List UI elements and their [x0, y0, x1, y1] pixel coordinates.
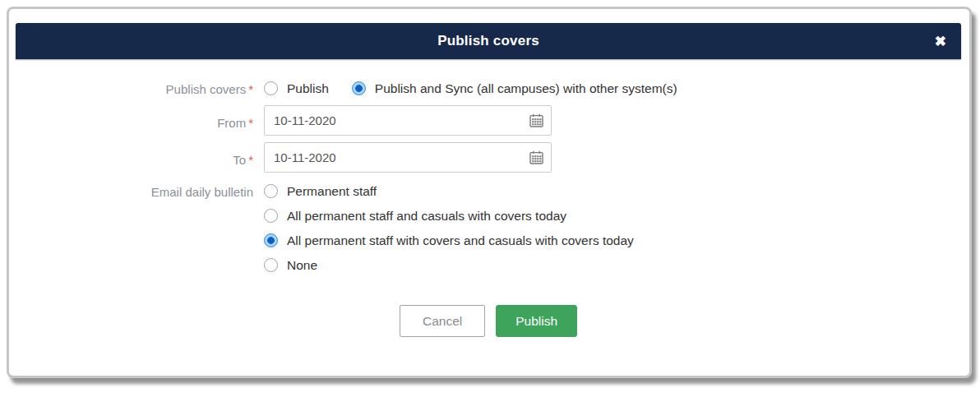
from-label: From* — [16, 105, 264, 132]
required-asterisk: * — [248, 116, 253, 130]
publish-covers-dialog: Publish covers ✖ Publish covers* Publish — [16, 23, 961, 376]
email-daily-bulletin-label: Email daily bulletin — [16, 180, 264, 201]
to-label-text: To — [233, 153, 246, 167]
radio-button[interactable] — [264, 209, 278, 223]
radio-button[interactable] — [264, 233, 278, 247]
radio-option-publish[interactable]: Publish — [264, 80, 329, 97]
calendar-icon[interactable] — [529, 113, 543, 127]
publish-covers-label-text: Publish covers — [166, 82, 247, 96]
email-daily-bulletin-row: Email daily bulletin Permanent staff All… — [16, 180, 961, 274]
publish-covers-label: Publish covers* — [16, 77, 264, 98]
radio-button[interactable] — [264, 81, 278, 95]
dialog-header: Publish covers ✖ — [16, 23, 961, 59]
cancel-button[interactable]: Cancel — [400, 305, 485, 337]
publish-button[interactable]: Publish — [496, 305, 577, 337]
dialog-body: Publish covers* Publish Publish and Sync… — [16, 59, 961, 362]
radio-option-publish-and-sync[interactable]: Publish and Sync (all campuses) with oth… — [352, 80, 677, 97]
radio-option-permanent-staff[interactable]: Permanent staff — [264, 182, 961, 200]
radio-option-label: Publish — [287, 80, 329, 97]
radio-option-label: All permanent staff and casuals with cov… — [287, 207, 566, 224]
to-date-field — [264, 142, 552, 173]
radio-button[interactable] — [264, 184, 278, 198]
radio-option-label: Permanent staff — [287, 182, 377, 200]
radio-option-all-permanent-and-casuals[interactable]: All permanent staff and casuals with cov… — [264, 207, 961, 224]
required-asterisk: * — [248, 82, 253, 96]
radio-button[interactable] — [264, 258, 278, 272]
calendar-icon[interactable] — [529, 150, 543, 164]
screenshot-frame: Publish covers ✖ Publish covers* Publish — [7, 7, 972, 378]
to-date-row: To* — [16, 142, 961, 173]
close-icon[interactable]: ✖ — [935, 35, 946, 48]
radio-option-label: Publish and Sync (all campuses) with oth… — [375, 80, 677, 97]
publish-covers-row: Publish covers* Publish Publish and Sync… — [16, 77, 961, 98]
required-asterisk: * — [248, 153, 253, 167]
from-label-text: From — [217, 116, 246, 130]
radio-option-label: All permanent staff with covers and casu… — [287, 232, 634, 249]
email-daily-bulletin-radio-group: Permanent staff All permanent staff and … — [264, 180, 961, 274]
from-date-input[interactable] — [264, 105, 552, 136]
to-date-input[interactable] — [264, 142, 552, 173]
radio-button[interactable] — [352, 81, 366, 95]
publish-covers-radio-group: Publish Publish and Sync (all campuses) … — [264, 77, 961, 97]
dialog-title: Publish covers — [437, 33, 539, 49]
radio-option-none[interactable]: None — [264, 256, 961, 274]
from-date-row: From* — [16, 105, 961, 136]
radio-option-all-permanent-with-covers[interactable]: All permanent staff with covers and casu… — [264, 232, 961, 249]
from-date-field — [264, 105, 552, 136]
radio-option-label: None — [287, 256, 317, 274]
to-label: To* — [16, 142, 264, 168]
dialog-actions: Cancel Publish — [16, 305, 961, 337]
